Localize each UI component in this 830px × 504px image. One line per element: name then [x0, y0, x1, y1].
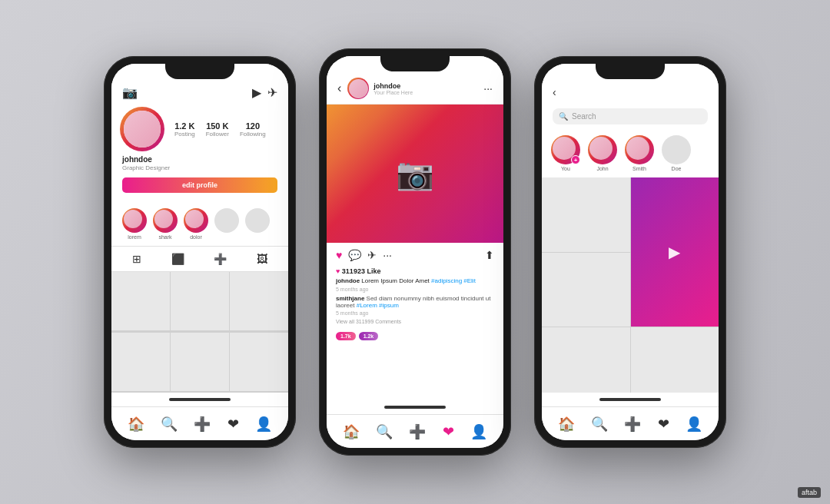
nav-profile-icon[interactable]: 👤	[686, 416, 702, 433]
grid-tab-posts[interactable]: ⊞	[132, 253, 141, 265]
grid-cell[interactable]	[171, 333, 229, 391]
post-screen: ‹ johndoe Your Place Here ···	[327, 56, 503, 448]
grid-tab-reels[interactable]: ⬛	[171, 253, 184, 265]
nav-profile-icon[interactable]: 👤	[255, 416, 272, 433]
post-options-icon[interactable]: ···	[483, 82, 493, 94]
search-story-you-label: You	[561, 166, 570, 171]
notch-1	[165, 64, 234, 79]
stat-following: 120 Following	[240, 121, 266, 138]
notch-3	[596, 64, 665, 79]
search-story-john-label: John	[596, 166, 608, 171]
view-all-comments[interactable]: View all 311999 Comments	[327, 317, 503, 329]
story-empty-2	[245, 208, 270, 240]
caption-text: Lorem Ipsum Dolor Amet	[361, 277, 431, 284]
stat-posting: 1.2 K Posting	[174, 121, 195, 138]
nav-heart-icon[interactable]: ❤	[443, 423, 454, 440]
caption-username: johndoe	[336, 277, 360, 284]
likes-heart: ♥	[336, 267, 340, 275]
back-icon[interactable]: ‹	[337, 81, 341, 95]
post-likes: ♥ 311923 Like	[327, 267, 503, 277]
post-username: johndoe	[374, 82, 413, 90]
send-icon[interactable]: ✈	[267, 85, 277, 100]
nav-heart-icon[interactable]: ❤	[658, 416, 669, 433]
post-camera-icon: 📷	[396, 156, 434, 192]
grid-cell[interactable]	[230, 272, 288, 330]
nav-search-icon[interactable]: 🔍	[591, 416, 608, 433]
post-nav: 🏠 🔍 ➕ ❤ 👤	[327, 414, 503, 448]
grid-tab-tagged[interactable]: 🖼	[257, 253, 267, 265]
bookmark-icon[interactable]: ⬆	[485, 249, 494, 261]
nav-home-icon[interactable]: 🏠	[558, 416, 575, 433]
search-story-john[interactable]: John	[588, 135, 617, 171]
comment-time: 5 months ago	[327, 310, 503, 317]
search-cell-3[interactable]	[542, 253, 630, 327]
add-story-badge: +	[571, 155, 580, 164]
search-cell-5[interactable]	[631, 327, 719, 393]
comment-count-badges: 1.7k 1.2k	[327, 329, 503, 345]
search-story-you[interactable]: + You	[551, 135, 580, 171]
camera-icon[interactable]: 📷	[122, 85, 138, 100]
nav-add-icon[interactable]: ➕	[409, 423, 426, 440]
back-button[interactable]: ‹	[553, 86, 556, 98]
nav-heart-icon[interactable]: ❤	[227, 416, 239, 433]
search-story-doe[interactable]: Doe	[662, 135, 691, 171]
grid-cell[interactable]	[111, 333, 170, 391]
search-stories-row: + You John	[542, 129, 719, 177]
grid-cell[interactable]	[111, 272, 170, 330]
post-actions: ♥ 💬 ✈ ··· ⬆	[327, 243, 503, 267]
story-lorem-label: lorem	[128, 234, 141, 240]
stat-follower-label: Follower	[206, 131, 229, 138]
search-story-smith[interactable]: Smith	[625, 135, 654, 171]
search-placeholder-text[interactable]: Search	[572, 112, 596, 121]
stat-posting-label: Posting	[174, 131, 195, 138]
profile-stories-row: lorem shark dolor	[111, 205, 288, 246]
nav-profile-icon[interactable]: 👤	[470, 423, 487, 440]
likes-count: 311923 Like	[342, 267, 381, 275]
phone-profile: 📷 ▶ ✈	[104, 56, 296, 448]
post-comment: smithjane Sed diam nonummy nibh euismod …	[327, 293, 503, 310]
more-icon[interactable]: ···	[383, 249, 392, 261]
nav-search-icon[interactable]: 🔍	[376, 423, 393, 440]
search-magnifier-icon: 🔍	[559, 112, 568, 121]
nav-add-icon[interactable]: ➕	[624, 416, 641, 433]
post-avatar	[347, 78, 369, 99]
stat-posting-value: 1.2 K	[174, 121, 195, 131]
profile-nav: 🏠 🔍 ➕ ❤ 👤	[111, 406, 288, 440]
story-empty-1	[214, 208, 239, 240]
search-cell-4[interactable]	[542, 327, 630, 393]
grid-cell[interactable]	[171, 272, 229, 330]
search-cell-video[interactable]: ▶	[631, 177, 719, 327]
grid-cell[interactable]	[230, 333, 288, 391]
edit-profile-button[interactable]: edit profile	[122, 177, 277, 193]
comment-icon[interactable]: 💬	[348, 249, 361, 261]
watermark: aftab	[798, 487, 821, 498]
nav-home-icon[interactable]: 🏠	[343, 423, 360, 440]
comments-badge: 1.2k	[359, 332, 379, 340]
grid-tab-igtv[interactable]: ➕	[214, 253, 227, 265]
story-dolor-label: dolor	[190, 234, 202, 240]
caption-time: 5 months ago	[327, 287, 503, 293]
like-icon[interactable]: ♥	[336, 249, 342, 261]
profile-avatar	[122, 109, 162, 149]
search-bar[interactable]: 🔍 Search	[553, 108, 708, 124]
grid-tabs: ⊞ ⬛ ➕ 🖼	[111, 246, 288, 272]
home-bar-3	[542, 393, 719, 406]
search-nav: 🏠 🔍 ➕ ❤ 👤	[542, 406, 719, 440]
phone-search: ‹ 🔍 Search + You	[534, 56, 726, 448]
profile-bio: Graphic Designer	[122, 164, 277, 171]
video-icon[interactable]: ▶	[252, 85, 261, 100]
search-cell-1[interactable]	[542, 177, 630, 252]
stats-row: 1.2 K Posting 150 K Follower 120 Followi…	[174, 121, 266, 138]
post-image: 📷	[327, 104, 503, 243]
nav-add-icon[interactable]: ➕	[194, 416, 211, 433]
story-shark[interactable]: shark	[153, 208, 178, 240]
nav-home-icon[interactable]: 🏠	[128, 416, 144, 433]
nav-search-icon[interactable]: 🔍	[161, 416, 178, 433]
profile-header: 1.2 K Posting 150 K Follower 120 Followi…	[111, 104, 288, 205]
story-dolor[interactable]: dolor	[184, 208, 208, 240]
share-icon[interactable]: ✈	[367, 249, 377, 261]
search-grid: ▶	[542, 177, 719, 393]
story-lorem[interactable]: lorem	[122, 208, 147, 240]
home-bar-1	[111, 393, 288, 406]
post-user-text: johndoe Your Place Here	[374, 82, 413, 95]
